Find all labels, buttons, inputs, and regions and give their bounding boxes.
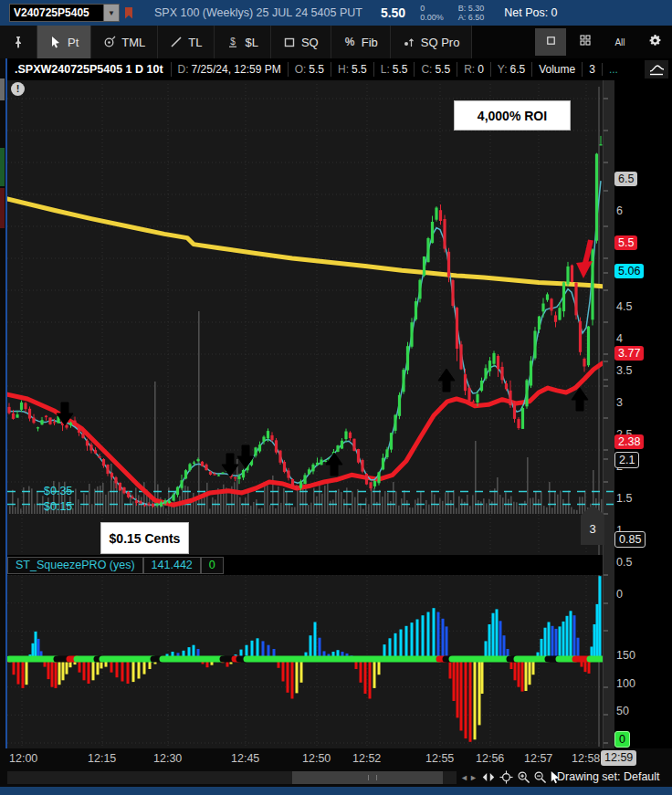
sliver-red-block: [0, 188, 5, 228]
symbol-dropdown-button[interactable]: ▼: [104, 4, 120, 22]
toolbar-button-label: All: [614, 37, 625, 47]
more-fields-ellipsis[interactable]: ...: [602, 63, 625, 76]
time-tick-label: 12:55: [425, 752, 454, 765]
time-tick-label: 12:58: [572, 752, 600, 765]
sq-pro-icon: [403, 36, 415, 48]
change-percent: 0.00%: [420, 13, 444, 22]
toolbar-button-pt[interactable]: Pt: [37, 26, 91, 58]
toolbar-spacer: [472, 26, 533, 58]
toolbar-button-label: $L: [245, 36, 257, 49]
time-tick-label: 12:56: [476, 752, 504, 765]
price-level-label-high[interactable]: $0.35: [44, 485, 72, 497]
toolbar-button-tl[interactable]: TL: [158, 26, 215, 58]
sliver-blue-line: [5, 0, 7, 795]
toolbar-button-label: TL: [188, 36, 202, 49]
sliver-gray-block: [0, 78, 5, 100]
ohlc-field: C:5.5: [414, 62, 457, 77]
chart-canvas[interactable]: [0, 0, 672, 795]
field-label: O:: [295, 63, 307, 76]
volume-value-field: 3: [582, 62, 602, 77]
grid4-icon: [579, 34, 592, 50]
toolbar-button-settings[interactable]: [639, 28, 670, 56]
drawing-toolbar: PtTMLTL$$LSQ%FibSQ Pro All: [0, 26, 672, 58]
scroll-step-left[interactable]: ◄: [460, 771, 468, 784]
toolbar-button-label: SQ: [301, 36, 319, 49]
volume-field: Volume: [531, 62, 582, 77]
field-label: R:: [464, 63, 475, 76]
toolbar-button-grid-layout[interactable]: [570, 28, 601, 56]
price-level-label-low[interactable]: $0.15: [44, 500, 72, 513]
crosshair-target-icon[interactable]: [499, 770, 514, 785]
toolbar-button-single-cell[interactable]: [535, 28, 566, 56]
toolbar-button-sq[interactable]: SQ: [271, 26, 331, 58]
toolbar-right-group: All: [533, 26, 672, 58]
field-label: D:: [178, 63, 189, 76]
bottom-window-strip: [0, 787, 672, 795]
dollar-line-icon: $: [226, 36, 239, 48]
toolbar-button-sq-pro[interactable]: SQ Pro: [391, 26, 473, 58]
sliver-green-block: [0, 148, 5, 186]
square-icon: [283, 36, 296, 48]
symbol-input[interactable]: [9, 4, 104, 22]
link-bookmark-icon[interactable]: [125, 7, 132, 19]
field-label: Y:: [498, 63, 508, 76]
toolbar-button-all[interactable]: All: [604, 28, 635, 56]
toolbar-button-label: Pt: [68, 36, 79, 49]
scrollbar-thumb[interactable]: [292, 771, 443, 784]
study-signal-value: 0: [201, 557, 224, 574]
pointer-icon: [49, 36, 62, 48]
scrollbar-grip: [368, 775, 377, 780]
last-price: 5.50: [381, 5, 405, 20]
toolbar-button-tml[interactable]: TML: [91, 26, 158, 58]
zoom-out-icon[interactable]: [533, 770, 548, 785]
ohlc-field: R:0: [457, 62, 490, 77]
svg-text:%: %: [344, 36, 354, 48]
symbol-combo[interactable]: ▼: [9, 4, 120, 22]
zoom-in-icon[interactable]: [517, 770, 531, 785]
field-label: H:: [338, 63, 349, 76]
field-value: 5.5: [309, 63, 324, 76]
scroll-step-right[interactable]: ►: [469, 771, 478, 784]
time-axis[interactable]: 12:59 12:0012:1512:3012:4512:5012:5212:5…: [0, 748, 672, 769]
momentum-histogram: [8, 576, 604, 742]
circle-dot-icon: [103, 36, 116, 48]
change-value: 0: [420, 4, 444, 13]
instrument-description: SPX 100 (Weeklys) 25 JUL 24 5405 PUT: [154, 6, 362, 19]
chart-ohlc-header: .SPXW240725P5405 1 D 10t D:7/25/24, 12:5…: [7, 58, 672, 80]
chart-scrollbar-row: ◄ ◄ ► Drawing set: Default: [0, 769, 672, 787]
change-stack: 0 0.00%: [420, 4, 444, 22]
adjacent-window-sliver: [0, 0, 7, 795]
field-value: 5.5: [435, 63, 450, 76]
maximize-icon: [545, 34, 557, 50]
toolbar-button-fib[interactable]: %Fib: [331, 26, 391, 58]
volume-label: Volume: [539, 63, 575, 76]
chart-info-icon[interactable]: !: [11, 82, 25, 96]
toolbar-button-label: SQ Pro: [421, 36, 460, 49]
ohlc-field: D:7/25/24, 12:59 PM: [171, 62, 288, 77]
toolbar-button-pin[interactable]: [0, 26, 37, 58]
chart-style-icon[interactable]: [645, 60, 668, 78]
time-tick-label: 12:15: [88, 752, 116, 765]
field-value: 6.5: [510, 63, 526, 76]
study-name[interactable]: ST_SqueezePRO (yes): [7, 557, 143, 574]
ask-value: A: 6.50: [458, 13, 485, 22]
field-value: 7/25/24, 12:59 PM: [192, 63, 281, 76]
entry-price-annotation[interactable]: $0.15 Cents: [100, 522, 189, 554]
svg-text:$: $: [231, 37, 236, 47]
time-tick-label: 12:50: [302, 752, 331, 765]
time-tick-label: 12:00: [9, 752, 37, 765]
field-label: L:: [381, 63, 390, 76]
instrument-header-bar: ▼ SPX 100 (Weeklys) 25 JUL 24 5405 PUT 5…: [0, 0, 672, 26]
toolbar-button-dollar-l[interactable]: $$L: [215, 26, 270, 58]
pan-icon[interactable]: [481, 770, 496, 785]
field-value: 5.5: [352, 63, 367, 76]
time-tick-label: 12:52: [352, 752, 381, 765]
study-value: 141.442: [143, 557, 201, 574]
scrollbar-track[interactable]: [7, 771, 457, 784]
roi-annotation[interactable]: 4,000% ROI: [454, 100, 571, 131]
drawing-set-label[interactable]: Drawing set: Default: [557, 770, 660, 783]
gear-icon: [648, 34, 662, 51]
bid-ask-stack: B: 5.30 A: 6.50: [458, 4, 485, 22]
time-tick-label: 12:57: [524, 752, 552, 765]
ohlc-field: O:5.5: [288, 62, 331, 77]
